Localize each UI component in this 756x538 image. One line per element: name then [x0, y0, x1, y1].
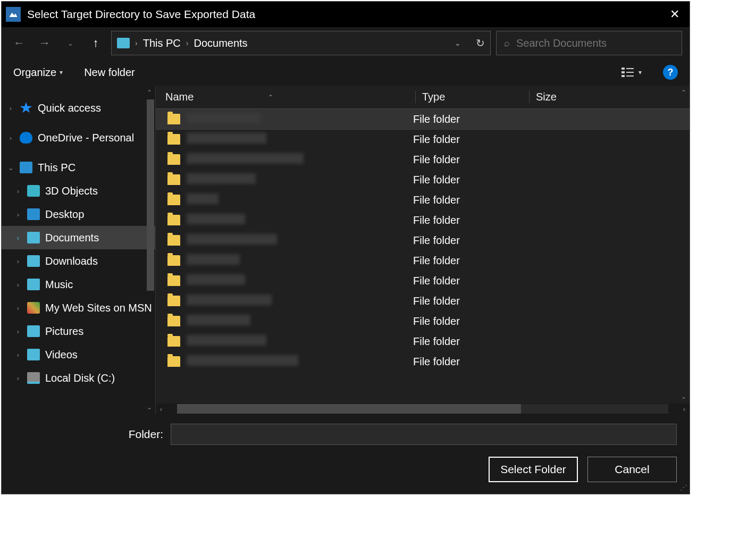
- tree-this-pc[interactable]: ⌄ This PC: [2, 156, 155, 179]
- file-row[interactable]: File folder: [156, 170, 690, 190]
- tree-quick-access[interactable]: › Quick access: [2, 96, 155, 120]
- tree-label: Music: [45, 279, 73, 291]
- tree-item-my-web-sites-on-msn[interactable]: ›My Web Sites on MSN: [2, 296, 155, 320]
- tree-item-desktop[interactable]: ›Desktop: [2, 203, 155, 226]
- folder-icon: [117, 38, 130, 48]
- tree-item-videos[interactable]: ›Videos: [2, 343, 155, 366]
- expand-icon[interactable]: ›: [7, 134, 14, 142]
- cloud-icon: [20, 132, 32, 144]
- expand-icon[interactable]: ›: [14, 304, 22, 312]
- folder-icon: [167, 316, 180, 326]
- path-dropdown[interactable]: ⌄: [455, 39, 461, 47]
- breadcrumb-current[interactable]: Documents: [194, 37, 247, 49]
- tree-item-music[interactable]: ›Music: [2, 273, 155, 296]
- tree-label: 3D Objects: [45, 185, 98, 197]
- scroll-right-icon[interactable]: ›: [679, 405, 690, 413]
- horizontal-scrollbar[interactable]: ‹ ›: [156, 404, 690, 414]
- file-row[interactable]: File folder: [156, 250, 690, 271]
- expand-icon[interactable]: ›: [14, 234, 22, 242]
- folder-icon: [167, 134, 180, 145]
- tree-label: My Web Sites on MSN: [45, 302, 152, 314]
- tree-label: Videos: [45, 349, 78, 361]
- close-button[interactable]: ✕: [664, 4, 685, 25]
- expand-icon[interactable]: ›: [14, 257, 22, 265]
- file-row[interactable]: File folder: [156, 129, 690, 149]
- chevron-right-icon: ›: [135, 39, 138, 47]
- breadcrumb-root[interactable]: This PC: [143, 37, 181, 49]
- tree-onedrive[interactable]: › OneDrive - Personal: [2, 126, 155, 149]
- expand-icon[interactable]: ›: [7, 104, 14, 112]
- expand-icon[interactable]: ›: [14, 374, 22, 382]
- file-type: File folder: [413, 315, 527, 327]
- help-button[interactable]: ?: [663, 65, 678, 80]
- search-box[interactable]: ⌕: [496, 31, 682, 55]
- view-mode-button[interactable]: ▾: [621, 68, 642, 77]
- nav-tree: ⌃ › Quick access › OneDrive - Personal ⌄: [2, 86, 156, 414]
- file-row[interactable]: File folder: [156, 331, 690, 351]
- tree-item-pictures[interactable]: ›Pictures: [2, 320, 155, 343]
- disk-icon: [27, 372, 40, 384]
- tree-item-3d-objects[interactable]: ›3D Objects: [2, 179, 155, 203]
- file-row[interactable]: File folder: [156, 311, 690, 331]
- expand-icon[interactable]: ›: [14, 187, 22, 195]
- file-row[interactable]: File folder: [156, 351, 690, 372]
- file-row[interactable]: File folder: [156, 291, 690, 311]
- sort-asc-icon: ⌃: [268, 94, 273, 101]
- pc-icon: [20, 162, 32, 173]
- file-type: File folder: [413, 154, 527, 166]
- file-type: File folder: [413, 214, 527, 226]
- forward-button[interactable]: →: [35, 33, 55, 53]
- up-button[interactable]: ↑: [86, 33, 106, 53]
- file-row[interactable]: File folder: [156, 149, 690, 170]
- file-row[interactable]: File folder: [156, 271, 690, 291]
- chevron-down-icon: ▾: [639, 69, 642, 76]
- folder-icon: [167, 114, 180, 124]
- tree-label: Pictures: [45, 325, 83, 338]
- file-type: File folder: [413, 275, 527, 287]
- column-type-header[interactable]: Type: [415, 91, 529, 103]
- pic-icon: [27, 325, 40, 337]
- file-row[interactable]: File folder: [156, 230, 690, 250]
- folder-icon: [167, 195, 180, 205]
- file-row[interactable]: File folder: [156, 190, 690, 210]
- tree-label: OneDrive - Personal: [38, 132, 134, 144]
- file-name: [187, 214, 413, 227]
- collapse-icon[interactable]: ⌄: [7, 164, 14, 172]
- scroll-up-icon[interactable]: ⌃: [145, 88, 154, 97]
- column-size-header[interactable]: Size: [529, 91, 690, 103]
- file-type: File folder: [413, 356, 527, 368]
- file-name: [187, 133, 413, 146]
- new-folder-button[interactable]: New folder: [84, 66, 135, 79]
- scroll-down-icon[interactable]: ⌄: [679, 392, 688, 401]
- expand-icon[interactable]: ›: [14, 327, 22, 335]
- expand-icon[interactable]: ›: [14, 281, 22, 289]
- tree-item-local-disk-c-[interactable]: ›Local Disk (C:): [2, 366, 155, 390]
- organize-menu[interactable]: Organize ▾: [13, 66, 63, 79]
- scroll-down-icon[interactable]: ⌄: [145, 402, 154, 412]
- file-row[interactable]: File folder: [156, 109, 690, 129]
- address-bar[interactable]: › This PC › Documents ⌄ ↻: [111, 31, 491, 55]
- expand-icon[interactable]: ›: [14, 211, 22, 218]
- file-row[interactable]: File folder: [156, 210, 690, 230]
- expand-icon[interactable]: ›: [14, 351, 22, 359]
- scrollbar-thumb[interactable]: [147, 99, 154, 291]
- file-name: [187, 355, 413, 368]
- scrollbar-thumb[interactable]: [177, 404, 521, 414]
- cancel-button[interactable]: Cancel: [587, 457, 677, 482]
- scroll-left-icon[interactable]: ‹: [156, 405, 166, 413]
- refresh-button[interactable]: ↻: [476, 37, 485, 49]
- tree-label: Documents: [45, 232, 99, 244]
- back-button[interactable]: ←: [9, 33, 29, 53]
- column-name-header[interactable]: Name ⌃: [165, 91, 415, 103]
- resize-grip-icon[interactable]: ⋰: [680, 483, 687, 492]
- tree-label: Quick access: [38, 102, 101, 114]
- tree-item-documents[interactable]: ›Documents: [2, 226, 155, 249]
- file-type: File folder: [413, 174, 527, 186]
- folder-input[interactable]: [171, 424, 677, 445]
- select-folder-button[interactable]: Select Folder: [489, 457, 578, 482]
- search-input[interactable]: [516, 37, 674, 49]
- folder-icon: [167, 296, 180, 306]
- recent-dropdown[interactable]: ⌄: [60, 33, 80, 53]
- tree-item-downloads[interactable]: ›Downloads: [2, 249, 155, 273]
- scroll-up-icon[interactable]: ⌃: [679, 88, 688, 97]
